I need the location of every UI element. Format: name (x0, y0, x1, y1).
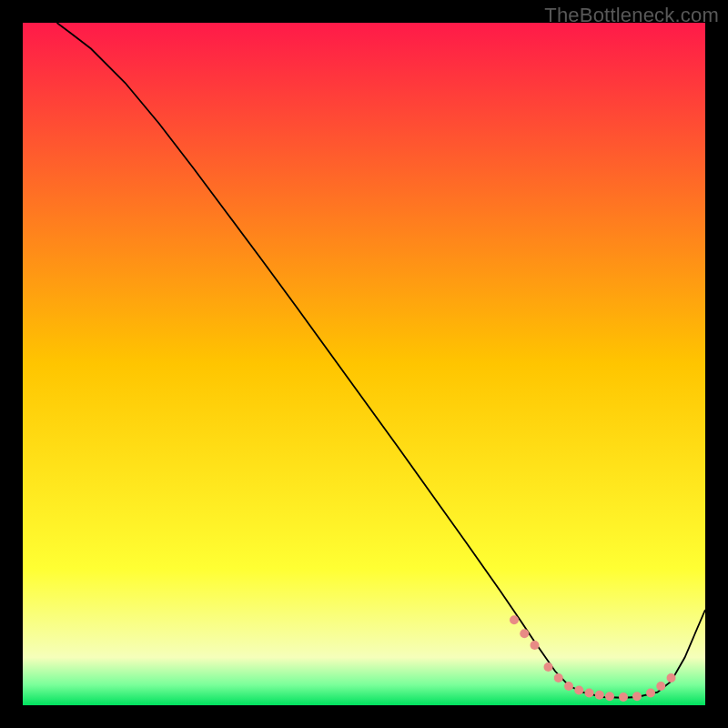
watermark-text: TheBottleneck.com (544, 4, 719, 27)
gradient-background (23, 23, 705, 705)
marker-dot (510, 615, 519, 624)
marker-dot (656, 682, 665, 691)
marker-dot (619, 693, 628, 702)
marker-dot (554, 673, 563, 682)
marker-dot (520, 629, 529, 638)
marker-dot (646, 689, 655, 698)
marker-dot (605, 692, 614, 701)
marker-dot (574, 686, 583, 695)
marker-dot (595, 691, 604, 700)
marker-dot (632, 692, 642, 701)
marker-dot (667, 673, 676, 682)
marker-dot (585, 689, 594, 698)
marker-dot (564, 682, 573, 691)
chart-container (23, 23, 705, 705)
marker-dot (544, 662, 553, 672)
chart-svg (23, 23, 705, 705)
marker-dot (531, 641, 540, 650)
